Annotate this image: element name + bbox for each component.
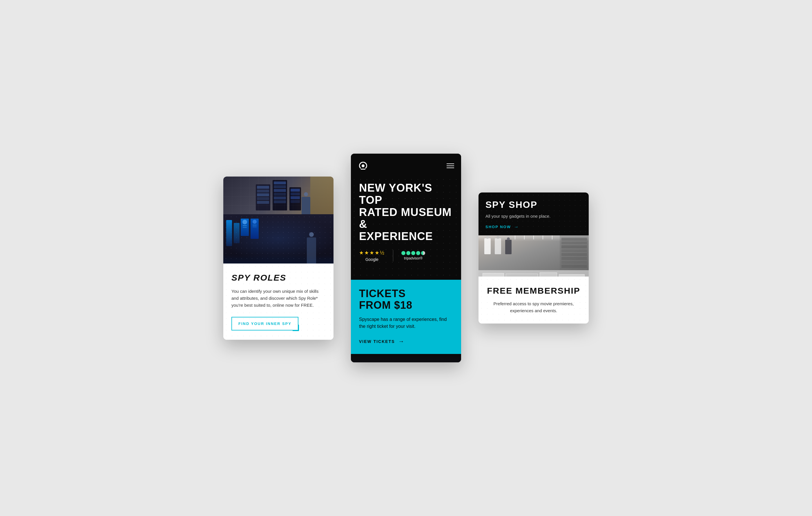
phone3-top-section: SPY SHOP All your spy gadgets in one pla… [478,192,589,277]
phone1-hero-top [223,177,334,214]
spy-shop-banner: SPY SHOP All your spy gadgets in one pla… [478,192,589,235]
google-rating: ★★★★½ Google [359,250,385,262]
phone-spy-roles: SPY ROLES You can identify your own uniq… [223,177,334,340]
phone1-hero-image [223,177,334,264]
tickets-card: TICKETS FROM $18 Spyscape has a range of… [351,280,461,354]
google-stars: ★★★★½ [359,250,385,256]
phone3-bottom-content: FREE MEMBERSHIP Preferred access to spy … [478,277,589,324]
ta-circle-5 [421,251,425,255]
ta-circle-3 [411,251,415,255]
phones-container: SPY ROLES You can identify your own uniq… [200,130,612,386]
view-tickets-button[interactable]: VIEW TICKETS → [359,338,453,345]
ny-museum-title: NEW YORK'S TOP RATED MUSEUM & EXPERIENCE [359,182,453,243]
phone-tickets: NEW YORK'S TOP RATED MUSEUM & EXPERIENCE… [351,154,461,362]
phone2-navbar [351,154,461,176]
spyscape-logo [358,161,368,171]
tripadvisor-label: tripadvisor® [404,256,423,260]
spy-shop-title: SPY SHOP [486,200,582,210]
tripadvisor-rating: tripadvisor® [401,251,425,260]
find-inner-spy-button[interactable]: FIND YOUR INNER SPY [231,317,298,331]
view-tickets-arrow: → [399,338,405,345]
hamburger-line-1 [446,163,454,164]
spy-shop-description: All your spy gadgets in one place. [486,213,582,220]
phone2-bottom-scene [351,354,461,362]
ratings-row: ★★★★½ Google tripadvisor® [359,250,453,262]
shop-now-label: SHOP NOW [486,225,511,229]
phone-spy-shop: SPY SHOP All your spy gadgets in one pla… [478,192,589,324]
spy-roles-s: SPY ROLES [231,273,286,282]
spy-shop-image [478,235,589,277]
hamburger-menu[interactable] [446,163,454,168]
google-label: Google [366,257,378,262]
spy-roles-title: SPY ROLES [231,273,325,283]
phone2-hero-content: NEW YORK'S TOP RATED MUSEUM & EXPERIENCE… [351,176,461,277]
tripadvisor-circles [401,251,425,255]
ta-circle-2 [406,251,410,255]
tickets-description: Spyscape has a range of experiences, fin… [359,316,453,330]
svg-point-0 [361,164,365,167]
tickets-from-title: TICKETS FROM $18 [359,288,453,311]
spy-roles-description: You can identify your own unique mix of … [231,288,325,309]
phone1-hero-bottom [223,214,334,264]
view-tickets-label: VIEW TICKETS [359,339,395,344]
free-membership-description: Preferred access to spy movie premieres,… [487,300,581,314]
phone3-dot-background [478,277,589,324]
free-membership-title: FREE MEMBERSHIP [487,286,581,296]
hamburger-line-3 [446,168,454,168]
rating-divider [393,250,393,262]
phone1-content: SPY ROLES You can identify your own uniq… [223,264,334,340]
svg-rect-1 [361,169,366,170]
shop-now-arrow: → [514,224,519,230]
ta-circle-4 [416,251,420,255]
ta-circle-1 [401,251,405,255]
shop-now-button[interactable]: SHOP NOW → [486,224,582,230]
hamburger-line-2 [446,165,454,166]
